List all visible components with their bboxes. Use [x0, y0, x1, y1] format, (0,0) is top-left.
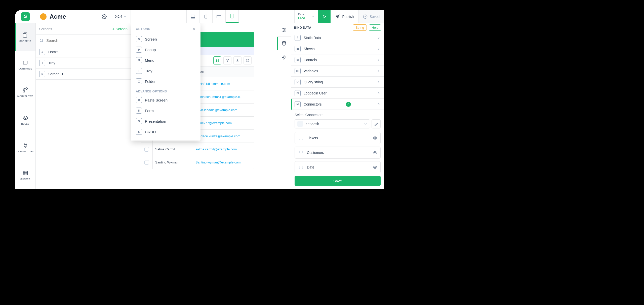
sliders-icon — [281, 27, 287, 32]
connector-field[interactable]: ⋮⋮Date — [295, 161, 381, 173]
download-button[interactable] — [233, 56, 242, 64]
chevron-right-icon — [377, 69, 381, 73]
settings-button[interactable] — [97, 10, 111, 23]
bind-data-title: BIND DATA — [294, 26, 311, 29]
eye-icon[interactable] — [373, 165, 377, 170]
cookie-icon — [40, 13, 47, 20]
rail-rules[interactable]: RULES — [15, 106, 35, 134]
rail-screens[interactable]: SCREENS — [15, 23, 35, 51]
screen-item[interactable]: ⌂Home — [36, 46, 131, 57]
drag-icon[interactable]: ⋮⋮ — [298, 165, 304, 169]
screen-type-icon: S — [39, 71, 45, 77]
popup-option[interactable]: ▢Folder — [131, 76, 200, 87]
body: SCREENS CONTROLS WORKFLOWS RULES CONNECT… — [15, 23, 384, 189]
edit-connector-button[interactable] — [372, 119, 381, 128]
rail-sheets[interactable]: SHEETS — [15, 161, 35, 189]
svg-point-33 — [375, 138, 376, 139]
device-landscape[interactable] — [213, 10, 226, 23]
table-row[interactable]: Salma Carrollsalma.carroll@example.com — [141, 143, 254, 156]
popup-option[interactable]: SForm — [131, 105, 200, 116]
brand-name: Acme — [50, 13, 66, 20]
publish-label: Publish — [342, 15, 354, 19]
svg-line-21 — [42, 41, 43, 42]
bind-item[interactable]: ⊡Loggedin User — [291, 88, 384, 99]
popup-option[interactable]: SScreen — [131, 34, 200, 44]
bind-item[interactable]: MConnectors✓ — [291, 99, 384, 110]
string-badge[interactable]: String — [353, 24, 367, 31]
connector-field[interactable]: ⋮⋮Customers — [295, 147, 381, 159]
screen-item[interactable]: SScreen_1 — [36, 69, 131, 80]
rail-controls[interactable]: CONTROLS — [15, 51, 35, 79]
device-tablet[interactable] — [199, 10, 213, 23]
rail-connectors[interactable]: CONNECTORS — [15, 134, 35, 161]
chevron-right-icon — [377, 36, 381, 40]
eye-icon[interactable] — [373, 150, 377, 155]
environment-dropdown[interactable]: Data Prod — [294, 10, 318, 23]
popup-option[interactable]: SPresentation — [131, 116, 200, 126]
bind-item[interactable]: QQuery string — [291, 77, 384, 88]
chevron-right-icon — [377, 80, 381, 84]
screens-title: Screens — [39, 27, 52, 31]
plug-icon — [23, 143, 28, 148]
popup-option[interactable]: TTray — [131, 65, 200, 76]
bind-item[interactable]: #Static Data — [291, 32, 384, 43]
search-input[interactable] — [46, 38, 128, 43]
popup-option[interactable]: ⧉Paste Screen — [131, 95, 200, 105]
screen-item[interactable]: TTray — [36, 57, 131, 69]
bind-item[interactable]: ⊞Controls — [291, 54, 384, 65]
screen-type-icon: ⌂ — [39, 49, 45, 55]
device-desktop[interactable] — [186, 10, 199, 23]
svg-point-0 — [103, 16, 105, 17]
env-label: Data — [298, 13, 305, 16]
right-panel: BIND DATA String Help #Static Data▦Sheet… — [291, 23, 384, 189]
help-button[interactable]: Help — [369, 24, 381, 31]
saved-indicator: Saved — [358, 10, 384, 23]
app-logo-box: S — [15, 12, 36, 21]
ir-data[interactable] — [277, 37, 291, 50]
version-label: 0.0.4 — [115, 15, 122, 18]
screens-search[interactable] — [36, 35, 131, 46]
drag-icon[interactable]: ⋮⋮ — [298, 136, 304, 140]
rail-workflows[interactable]: WORKFLOWS — [15, 78, 35, 106]
advance-options-title: ADVANCE OPTIONS — [131, 87, 200, 95]
svg-rect-4 — [217, 15, 221, 18]
version-dropdown[interactable]: 0.0.4 — [111, 10, 131, 23]
chevron-right-icon — [377, 58, 381, 62]
row-checkbox[interactable] — [144, 147, 149, 152]
filter-icon — [226, 59, 229, 62]
right-icon-rail — [277, 23, 291, 189]
topbar: S Acme 0.0.4 Data Prod — [15, 10, 384, 23]
table-row[interactable]: Santino WymanSantino.wyman@example.com — [141, 156, 254, 169]
row-checkbox[interactable] — [144, 160, 149, 165]
landscape-icon — [216, 15, 221, 18]
app-logo[interactable]: S — [21, 12, 30, 21]
add-screen-button[interactable]: + Screen — [112, 27, 128, 31]
app-window: S Acme 0.0.4 Data Prod — [15, 10, 384, 189]
popup-option[interactable]: PPopup — [131, 44, 200, 55]
bind-item[interactable]: {x}Variables — [291, 65, 384, 77]
save-button[interactable]: Save — [295, 176, 381, 186]
filter-button[interactable] — [223, 56, 231, 64]
ir-settings[interactable] — [277, 23, 291, 37]
ir-actions[interactable] — [277, 50, 291, 64]
count-badge[interactable]: 14 — [213, 56, 221, 64]
close-icon[interactable] — [191, 27, 196, 31]
connector-field[interactable]: ⋮⋮Tickets — [295, 132, 381, 144]
svg-rect-9 — [23, 33, 26, 37]
refresh-button[interactable] — [244, 56, 252, 64]
popup-option[interactable]: SCRUD — [131, 126, 200, 137]
svg-point-28 — [283, 28, 284, 29]
screens-panel: Screens + Screen ⌂HomeTTraySScreen_1 — [36, 23, 131, 189]
drag-icon[interactable]: ⋮⋮ — [298, 151, 304, 155]
screens-icon — [22, 32, 28, 38]
run-button[interactable] — [318, 10, 331, 23]
bind-item[interactable]: ▦Sheets — [291, 43, 384, 54]
svg-point-29 — [285, 29, 285, 30]
workflows-icon — [22, 87, 28, 93]
publish-button[interactable]: Publish — [331, 10, 358, 23]
controls-icon — [22, 60, 28, 66]
eye-icon[interactable] — [373, 136, 377, 140]
device-phone[interactable] — [226, 10, 239, 23]
popup-option[interactable]: MMenu — [131, 55, 200, 65]
connector-dropdown[interactable]: Zendesk — [295, 119, 370, 128]
